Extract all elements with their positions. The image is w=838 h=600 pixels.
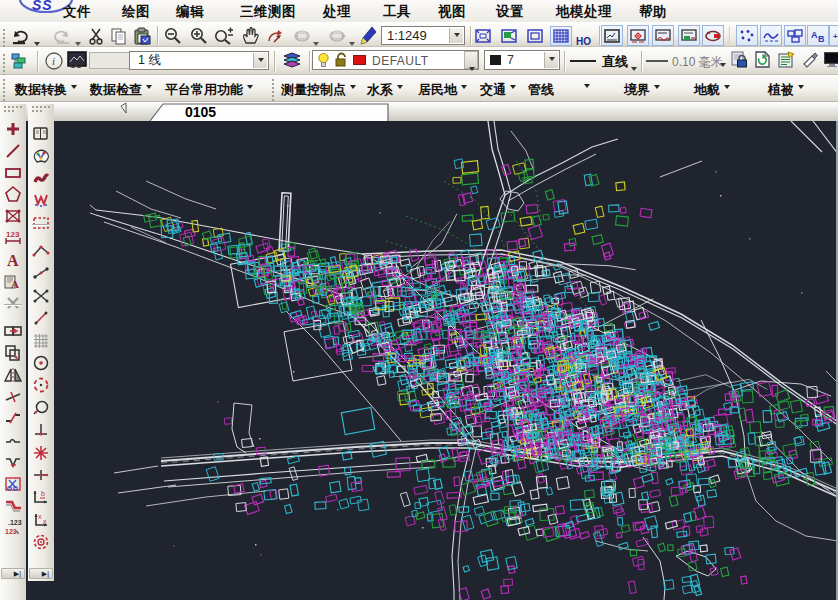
svg-text:SS: SS [32,0,53,13]
svg-text:+12: +12 [833,32,838,41]
svg-text:123: 123 [5,528,17,535]
svg-text:x: x [38,513,42,520]
svg-text:A: A [11,278,19,290]
svg-text:.123: .123 [8,519,22,526]
svg-text:B: B [818,34,825,43]
svg-text:b: b [41,490,45,497]
svg-text:123: 123 [6,230,20,239]
svg-text:A: A [811,30,818,40]
svg-text:0105: 0105 [185,104,216,120]
svg-text:A: A [7,252,19,269]
svg-text:i: i [52,55,55,67]
svg-text:x: x [43,518,47,525]
